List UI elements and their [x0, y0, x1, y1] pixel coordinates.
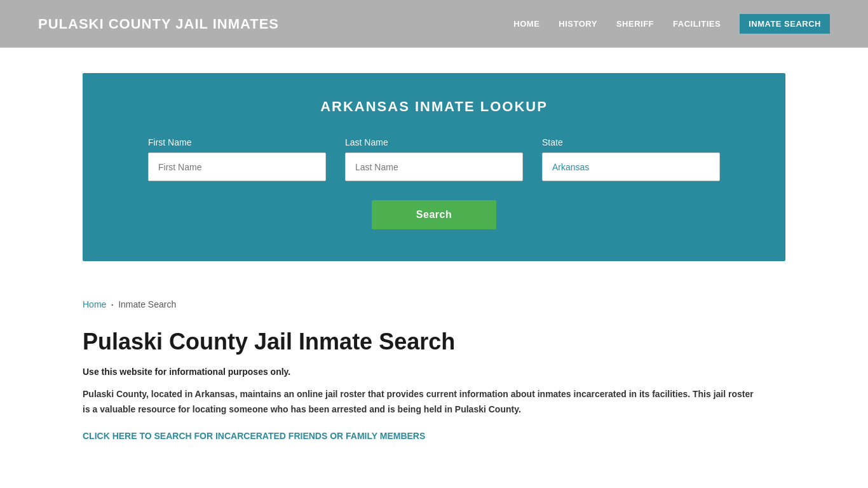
last-name-input[interactable] [345, 152, 523, 181]
search-button-wrapper: Search [121, 200, 747, 229]
main-nav: HOME HISTORY SHERIFF FACILITIES INMATE S… [513, 14, 830, 34]
page-title: Pulaski County Jail Inmate Search [83, 329, 785, 355]
state-group: State [542, 137, 720, 181]
nav-home[interactable]: HOME [513, 19, 539, 29]
breadcrumb-home-link[interactable]: Home [83, 299, 106, 309]
state-input[interactable] [542, 152, 720, 181]
search-button[interactable]: Search [372, 200, 496, 229]
search-fields-row: First Name Last Name State [121, 137, 747, 181]
first-name-label: First Name [148, 137, 326, 147]
breadcrumb: Home • Inmate Search [0, 287, 868, 316]
last-name-label: Last Name [345, 137, 523, 147]
first-name-group: First Name [148, 137, 326, 181]
breadcrumb-separator: • [111, 302, 113, 308]
nav-facilities[interactable]: FACILITIES [673, 19, 721, 29]
site-header: PULASKI COUNTY JAIL INMATES HOME HISTORY… [0, 0, 868, 48]
inmate-lookup-section: ARKANSAS INMATE LOOKUP First Name Last N… [83, 73, 785, 261]
nav-sheriff[interactable]: SHERIFF [616, 19, 654, 29]
nav-inmate-search[interactable]: INMATE SEARCH [740, 14, 830, 34]
breadcrumb-current-page: Inmate Search [118, 299, 176, 309]
info-disclaimer: Use this website for informational purpo… [83, 367, 785, 377]
last-name-group: Last Name [345, 137, 523, 181]
cta-search-link[interactable]: CLICK HERE to Search for Incarcerated Fr… [83, 431, 425, 441]
nav-history[interactable]: HISTORY [559, 19, 597, 29]
lookup-title: ARKANSAS INMATE LOOKUP [121, 98, 747, 115]
info-body-text: Pulaski County, located in Arkansas, mai… [83, 387, 756, 417]
site-title: PULASKI COUNTY JAIL INMATES [38, 16, 279, 32]
state-label: State [542, 137, 720, 147]
first-name-input[interactable] [148, 152, 326, 181]
main-content: Pulaski County Jail Inmate Search Use th… [0, 316, 868, 467]
